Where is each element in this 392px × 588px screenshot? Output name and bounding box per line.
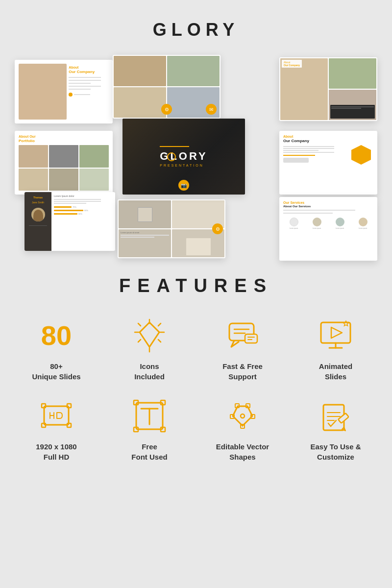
svg-line-8	[138, 340, 141, 342]
slide-top-left: About Our Company	[15, 60, 113, 123]
preview-area: About Our Company	[15, 55, 377, 251]
vector-icon	[223, 396, 262, 436]
glory-subtitle: PRESENTATION	[160, 164, 207, 167]
play-icon	[316, 316, 355, 355]
features-title: FEATURES	[15, 275, 377, 296]
slide-mid-left: About Our Portfolio	[15, 131, 113, 195]
customize-icon	[316, 396, 355, 436]
feature-easy-customize: Easy To Use & Customize	[294, 396, 377, 462]
svg-rect-15	[321, 322, 350, 343]
svg-rect-23	[67, 423, 71, 427]
font-icon	[130, 396, 169, 436]
svg-rect-12	[245, 334, 257, 343]
feature-full-hd: 1920 x 1080 Full HD	[15, 396, 98, 462]
slide-services: Our Services About Our Services Lorem ip…	[279, 197, 377, 261]
slide-mid-right: About Our Company	[279, 131, 377, 195]
slide-profile: Thomas Jane Smith Lorem Ipsum dolor 70%	[24, 192, 115, 251]
feature-editable-vector: Editable Vector Shapes	[201, 396, 284, 462]
feature-icons-included: Icons Included	[108, 316, 191, 382]
features-section: FEATURES 80 80+ Unique Slides	[15, 275, 377, 487]
hd-icon	[37, 396, 76, 436]
feature-animated-slides: Animated Slides	[294, 316, 377, 382]
svg-line-6	[158, 340, 161, 342]
slide-glory-main: GLORY PRESENTATION 📷	[122, 119, 245, 195]
feature-unique-slides: 80 80+ Unique Slides	[15, 316, 98, 382]
features-grid: 80 80+ Unique Slides	[15, 316, 377, 462]
slide-bottom-center: Lorem ipsum sit amet ⚙	[118, 199, 225, 258]
feature-free-font: Free Font Used	[108, 396, 191, 462]
diamond-icon	[130, 316, 169, 355]
svg-rect-44	[338, 413, 349, 423]
svg-marker-0	[140, 322, 159, 347]
feature-fast-support: Fast & Free Support	[201, 316, 284, 382]
page-title: GLORY	[153, 20, 240, 40]
svg-line-7	[158, 323, 161, 326]
svg-marker-16	[331, 327, 342, 338]
slide-top-center: ✉ ⚙	[113, 55, 220, 119]
svg-rect-22	[42, 423, 46, 427]
slide-top-right: About Our Company	[279, 57, 377, 121]
svg-rect-21	[67, 404, 71, 408]
svg-rect-20	[42, 404, 46, 408]
number-80-icon: 80	[37, 316, 76, 355]
svg-line-5	[138, 323, 141, 326]
svg-point-34	[241, 414, 245, 418]
chat-icon	[223, 316, 262, 355]
